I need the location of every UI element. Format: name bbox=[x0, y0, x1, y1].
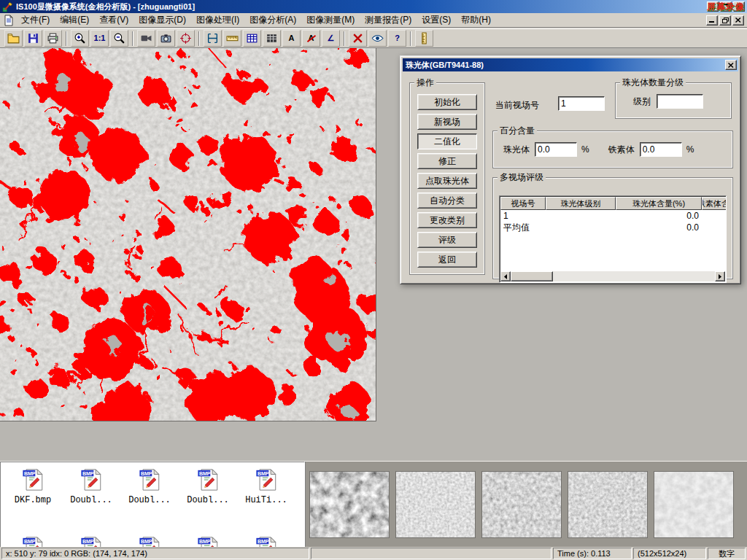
toolbar-zoom-in-button[interactable] bbox=[71, 30, 89, 47]
print-icon bbox=[47, 32, 59, 44]
bmp-file-icon: BMP bbox=[138, 536, 162, 548]
table-cell: 0.0 bbox=[616, 210, 702, 222]
dialog-close-button[interactable] bbox=[725, 60, 737, 70]
menu-item-image-process[interactable]: 图像处理(I) bbox=[191, 12, 244, 28]
thumbnail-5[interactable] bbox=[654, 472, 733, 537]
thumbnail-2[interactable] bbox=[396, 472, 475, 537]
toolbar-camera-capture-button[interactable] bbox=[157, 30, 175, 47]
toolbar-measure-ruler-button[interactable] bbox=[223, 30, 241, 47]
dialog-titlebar[interactable]: 珠光体(GB/T9441-88) bbox=[403, 58, 738, 71]
menu-item-image-analysis[interactable]: 图像分析(A) bbox=[244, 12, 301, 28]
menu-item-view[interactable]: 查看(V) bbox=[94, 12, 133, 28]
file-item-hidden-1[interactable]: BMP bbox=[63, 536, 119, 548]
level-input[interactable] bbox=[657, 94, 703, 109]
svg-text:BMP: BMP bbox=[257, 539, 268, 544]
table-column-header-1[interactable]: 珠光体级别 bbox=[546, 197, 616, 210]
watermark-overlay: 屏幕录像 bbox=[707, 1, 745, 13]
op-binarize-button[interactable]: 二值化 bbox=[417, 133, 477, 149]
window-titlebar[interactable]: IS100显微摄像系统(金相分析版) - [zhuguangti01] bbox=[0, 0, 747, 13]
file-browser[interactable]: BMPDKF.bmpBMPDoubl...BMPDoubl...BMPDoubl… bbox=[0, 462, 305, 548]
menu-item-settings[interactable]: 设置(S) bbox=[417, 12, 456, 28]
menu-item-image-measure[interactable]: 图像测量(M) bbox=[301, 12, 360, 28]
toolbar-actual-size-button[interactable]: 1:1 bbox=[90, 30, 109, 47]
menu-item-measure-report[interactable]: 测量报告(P) bbox=[360, 12, 417, 28]
delete-selection-icon bbox=[352, 32, 364, 44]
toolbar-calibration-target-button[interactable] bbox=[177, 30, 195, 47]
svg-text:BMP: BMP bbox=[140, 471, 152, 476]
menu-item-image-display[interactable]: 图像显示(D) bbox=[133, 12, 191, 28]
scroll-left-button[interactable] bbox=[500, 271, 511, 281]
file-item-1[interactable]: BMPDoubl... bbox=[63, 468, 119, 505]
table-cell bbox=[702, 222, 726, 233]
menu-item-edit[interactable]: 编辑(E) bbox=[55, 12, 94, 28]
toolbar-separator bbox=[198, 31, 200, 46]
file-item-hidden-0[interactable]: BMP bbox=[5, 536, 61, 548]
toolbar-grid-overlay-button[interactable] bbox=[263, 30, 281, 47]
scroll-right-button[interactable] bbox=[715, 271, 725, 281]
ferrite-percent-input[interactable] bbox=[640, 142, 682, 157]
mdi-document-icon[interactable] bbox=[3, 15, 15, 26]
metallographic-image[interactable] bbox=[0, 48, 376, 421]
thumbnail-1[interactable] bbox=[310, 472, 389, 537]
op-initialize-button[interactable]: 初始化 bbox=[417, 94, 477, 110]
toolbar-save-button[interactable] bbox=[24, 30, 42, 47]
toolbar-angle-measure-button[interactable]: ∠ bbox=[322, 30, 340, 47]
toolbar-zoom-out-button[interactable] bbox=[110, 30, 128, 47]
file-name: DKF.bmp bbox=[15, 495, 51, 505]
pearlite-percent-input[interactable] bbox=[535, 142, 577, 157]
percent-group-label: 百分含量 bbox=[498, 125, 537, 137]
file-item-hidden-3[interactable]: BMP bbox=[180, 536, 236, 548]
table-column-header-0[interactable]: 视场号 bbox=[500, 197, 546, 210]
file-item-hidden-2[interactable]: BMP bbox=[122, 536, 177, 548]
table-column-header-2[interactable]: 珠光体含量(%) bbox=[616, 197, 702, 210]
mdi-restore-button[interactable] bbox=[719, 15, 731, 26]
op-new-field-button[interactable]: 新视场 bbox=[417, 114, 477, 130]
op-pick-pearlite-button[interactable]: 点取珠光体 bbox=[417, 173, 477, 189]
op-auto-classify-button[interactable]: 自动分类 bbox=[417, 192, 477, 209]
pearlite-percent-sign: % bbox=[581, 144, 589, 155]
toolbar-text-annotation-off-button[interactable]: A bbox=[302, 30, 320, 47]
bmp-icon-wrap: BMP bbox=[138, 536, 162, 548]
scrollbar-track[interactable] bbox=[553, 271, 715, 281]
multi-field-table[interactable]: 视场号珠光体级别珠光体含量(%)铁素体含量(%) 10.0平均值0.0 bbox=[499, 195, 727, 283]
menu-item-file[interactable]: 文件(F) bbox=[16, 12, 55, 28]
toolbar-open-button[interactable] bbox=[4, 30, 23, 47]
toolbar-text-annotation-button[interactable]: A bbox=[282, 30, 301, 47]
table-row[interactable]: 10.0 bbox=[500, 210, 726, 222]
table-cell bbox=[702, 210, 726, 222]
file-item-0[interactable]: BMPDKF.bmp bbox=[5, 468, 61, 505]
file-item-3[interactable]: BMPDoubl... bbox=[180, 468, 236, 505]
mdi-close-button[interactable] bbox=[732, 15, 744, 26]
toolbar-print-button[interactable] bbox=[44, 30, 62, 47]
file-item-hidden-4[interactable]: BMP bbox=[239, 536, 294, 548]
op-return-button[interactable]: 返回 bbox=[417, 252, 477, 268]
table-column-header-3[interactable]: 铁素体含量(%) bbox=[702, 197, 726, 210]
thumbnail-4[interactable] bbox=[568, 472, 647, 537]
toolbar-vertical-ruler-button[interactable] bbox=[415, 30, 433, 47]
toolbar-help-button[interactable]: ? bbox=[388, 30, 406, 47]
toolbar-video-capture-button[interactable] bbox=[137, 30, 155, 47]
op-change-class-button[interactable]: 更改类别 bbox=[417, 212, 477, 228]
multi-field-group-label: 多视场评级 bbox=[498, 171, 546, 184]
table-row[interactable]: 平均值0.0 bbox=[500, 222, 726, 233]
current-field-input[interactable] bbox=[558, 96, 605, 111]
bmp-icon-wrap: BMP bbox=[196, 468, 220, 494]
table-horizontal-scrollbar[interactable] bbox=[500, 271, 725, 281]
menu-item-help[interactable]: 帮助(H) bbox=[456, 12, 496, 28]
percent-group: 百分含量 珠光体 % 铁素体 % bbox=[492, 125, 733, 168]
zoom-out-icon bbox=[113, 32, 125, 44]
file-item-2[interactable]: BMPDoubl... bbox=[122, 468, 177, 505]
toolbar-data-table-button[interactable] bbox=[243, 30, 261, 47]
menu-bar: 文件(F)编辑(E)查看(V)图像显示(D)图像处理(I)图像分析(A)图像测量… bbox=[0, 13, 747, 28]
toolbar-delete-selection-button[interactable] bbox=[349, 30, 367, 47]
scrollbar-thumb[interactable] bbox=[511, 271, 553, 281]
bmp-icon-wrap: BMP bbox=[80, 536, 104, 548]
toolbar-measure-caliper-button[interactable] bbox=[204, 30, 222, 47]
op-grade-button[interactable]: 评级 bbox=[417, 232, 477, 248]
thumbnail-3[interactable] bbox=[482, 472, 561, 537]
op-correct-button[interactable]: 修正 bbox=[417, 153, 477, 169]
ferrite-label: 铁素体 bbox=[608, 144, 635, 156]
toolbar-preview-eye-button[interactable] bbox=[368, 30, 387, 47]
mdi-minimize-button[interactable] bbox=[706, 15, 718, 26]
file-item-4[interactable]: BMPHuiTi... bbox=[239, 468, 294, 505]
